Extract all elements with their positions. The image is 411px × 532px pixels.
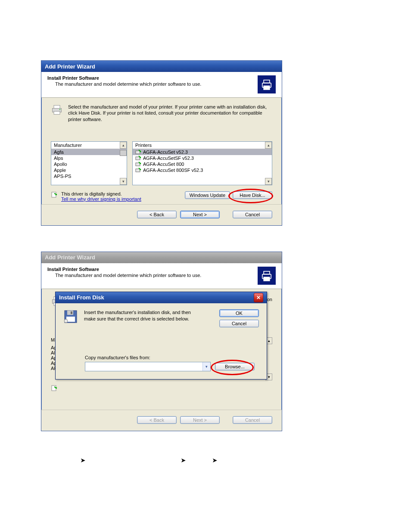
signed-text: This driver is digitally signed. <box>61 191 141 196</box>
banner-subtitle: The manufacturer and model determine whi… <box>55 81 201 87</box>
list-item[interactable]: APS-PS <box>51 173 127 179</box>
svg-rect-2 <box>264 86 270 90</box>
cancel-button[interactable]: Cancel <box>233 211 272 218</box>
banner-subtitle: The manufacturer and model determine whi… <box>55 273 201 278</box>
driver-icon <box>135 162 141 167</box>
arrow-right-icon: ➤ <box>181 457 186 464</box>
list-item[interactable]: Alps <box>51 155 127 161</box>
cancel-button: Cancel <box>233 416 272 424</box>
cancel-button[interactable]: Cancel <box>219 320 259 327</box>
modal-title: Install From Disk <box>59 294 104 301</box>
copy-from-label: Copy manufacturer's files from: <box>85 355 259 360</box>
window-title: Add Printer Wizard <box>45 254 95 261</box>
window-title: Add Printer Wizard <box>45 63 95 70</box>
signed-row: This driver is digitally signed. Tell me… <box>51 191 272 202</box>
list-item[interactable]: AGFA-AccuSet 800 <box>133 161 272 167</box>
svg-rect-18 <box>52 386 56 391</box>
title-bar[interactable]: Add Printer Wizard <box>41 252 282 263</box>
banner-title: Install Printer Software <box>47 267 201 272</box>
svg-rect-4 <box>54 106 60 109</box>
scroll-up-button[interactable]: ▴ <box>120 142 127 149</box>
driver-icon <box>135 149 141 155</box>
back-button: < Back <box>137 416 177 424</box>
close-button[interactable]: ✕ <box>254 293 263 302</box>
modal-title-bar[interactable]: Install From Disk ✕ <box>56 292 267 303</box>
list-item[interactable]: AGFA-AccuSet v52.3 <box>133 149 272 155</box>
ok-button[interactable]: OK <box>219 309 259 317</box>
svg-rect-7 <box>136 151 140 154</box>
add-printer-wizard-dialog-2: Add Printer Wizard Install Printer Softw… <box>41 252 282 431</box>
wizard-content: Select the manufacturer and model of you… <box>41 98 282 204</box>
scroll-thumb[interactable] <box>120 150 127 156</box>
back-button[interactable]: < Back <box>137 211 177 218</box>
scroll-down-button[interactable]: ▾ <box>120 178 127 185</box>
footer-arrows: ➤ ➤ ➤ <box>41 457 370 464</box>
certificate-icon <box>51 191 58 199</box>
svg-point-6 <box>59 109 61 110</box>
windows-update-button[interactable]: Windows Update <box>185 191 230 199</box>
svg-rect-5 <box>54 112 60 115</box>
floppy-disk-icon <box>63 309 78 324</box>
wizard-footer: < Back Next > Cancel <box>41 204 282 225</box>
list-item[interactable]: AGFA-AccuSet 800SF v52.3 <box>133 167 272 173</box>
browse-button[interactable]: Browse... <box>215 363 255 370</box>
list-item[interactable]: Apollo <box>51 161 127 167</box>
list-item[interactable]: Agfa <box>51 149 127 155</box>
peek-text: on <box>267 297 272 302</box>
close-icon: ✕ <box>256 295 261 301</box>
list-item[interactable]: Apple <box>51 167 127 173</box>
wizard-footer: < Back Next > Cancel <box>41 410 282 431</box>
printers-listbox[interactable]: Printers ▴ AGFA-AccuSet v52.3 AGFA-AccuS… <box>132 141 272 185</box>
info-text: Select the manufacturer and model of you… <box>68 104 272 122</box>
svg-rect-11 <box>52 192 56 197</box>
copy-from-combobox[interactable]: ▾ <box>85 362 211 371</box>
banner-title: Install Printer Software <box>47 75 201 81</box>
scroll-up-button[interactable]: ▴ <box>265 142 272 149</box>
have-disk-button[interactable]: Have Disk... <box>233 191 272 199</box>
manufacturer-header: Manufacturer <box>51 142 127 149</box>
signing-info-link[interactable]: Tell me why driver signing is important <box>61 196 141 202</box>
title-bar[interactable]: Add Printer Wizard <box>41 61 282 72</box>
wizard-content: on Ma Agf Alp Apo App AP ▴ ▾ Install Fro… <box>41 289 282 410</box>
wizard-banner: Install Printer Software The manufacture… <box>41 72 282 98</box>
manufacturer-listbox[interactable]: Manufacturer ▴ Agfa Alps Apollo Apple AP… <box>51 141 127 185</box>
install-disk-instruction: Insert the manufacturer's installation d… <box>84 309 192 322</box>
install-from-disk-dialog: Install From Disk ✕ <box>55 292 267 380</box>
svg-point-23 <box>64 319 68 323</box>
arrow-right-icon: ➤ <box>212 457 217 464</box>
printer-banner-icon <box>258 267 276 285</box>
arrow-right-icon: ➤ <box>81 457 85 464</box>
driver-icon <box>135 168 141 173</box>
dropdown-arrow-icon[interactable]: ▾ <box>202 362 210 371</box>
printer-icon <box>51 104 63 116</box>
svg-rect-13 <box>264 271 270 274</box>
svg-rect-1 <box>264 80 270 83</box>
scroll-down-button[interactable]: ▾ <box>265 178 272 185</box>
svg-rect-9 <box>136 163 140 166</box>
printer-banner-icon <box>258 75 276 93</box>
svg-rect-21 <box>71 311 72 314</box>
wizard-banner: Install Printer Software The manufacture… <box>41 263 282 289</box>
lists-row: Manufacturer ▴ Agfa Alps Apollo Apple AP… <box>51 141 272 185</box>
next-button[interactable]: Next > <box>180 211 220 218</box>
add-printer-wizard-dialog-1: Add Printer Wizard Install Printer Softw… <box>41 60 282 226</box>
svg-rect-10 <box>136 169 140 172</box>
list-item[interactable]: AGFA-AccuSetSF v52.3 <box>133 155 272 161</box>
svg-rect-8 <box>136 157 140 160</box>
printers-header: Printers <box>133 142 272 149</box>
next-button: Next > <box>180 416 220 424</box>
svg-rect-14 <box>264 277 270 281</box>
driver-icon <box>135 156 141 161</box>
certificate-icon <box>51 385 58 392</box>
